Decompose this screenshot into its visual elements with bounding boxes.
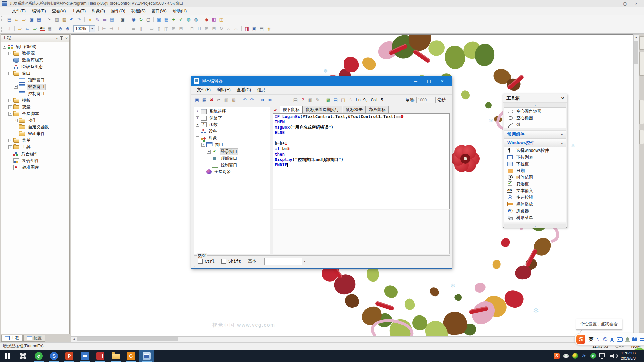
toolbox-item[interactable]: 空心圆角矩形: [504, 108, 566, 115]
vertical-scrollbar[interactable]: ▲ ▼: [633, 34, 639, 336]
tree-item[interactable]: + 数据源: [1, 50, 69, 57]
toolbar-icon-align-left[interactable]: ⊢: [101, 25, 107, 32]
dialog-close-button[interactable]: ✕: [436, 77, 449, 85]
toolbar-icon-space-horizontal[interactable]: ⊞: [170, 25, 177, 32]
code-line[interactable]: ELSE: [275, 130, 449, 135]
tree-item[interactable]: + 菜单: [1, 137, 69, 144]
toolbar-icon-globe[interactable]: ◍: [193, 16, 199, 23]
chevron-down-icon[interactable]: ▾: [302, 258, 308, 265]
zoom-combo[interactable]: 100% ▾: [73, 25, 95, 32]
code-line[interactable]: Display("控制窗口and顶部窗口"): [275, 157, 449, 162]
tree-item[interactable]: 控制窗口: [1, 90, 69, 97]
toolbox-item[interactable]: 多选按钮: [504, 194, 566, 201]
tree-item[interactable]: 顶部窗口: [194, 155, 270, 162]
chevron-down-icon[interactable]: ▾: [561, 133, 563, 136]
code-line[interactable]: IF LoginEx(#TextControl.Text,#TextContro…: [275, 114, 449, 119]
dialog-toolbar-icon-compile-bolt[interactable]: ϟ: [347, 97, 354, 103]
toolbar-icon-folder-import[interactable]: ▱: [17, 25, 23, 32]
dialog-toolbar-icon-delete[interactable]: ✖: [208, 97, 215, 103]
toolbar-icon-ruler[interactable]: ▬: [101, 16, 108, 23]
pin-icon[interactable]: [61, 37, 62, 40]
dialog-toolbar-icon-insert-image[interactable]: ▩: [325, 97, 332, 103]
hotkey-combo[interactable]: ▾: [264, 258, 308, 265]
dialog-toolbar-icon-paste[interactable]: ▧: [230, 97, 237, 103]
menu-item[interactable]: 编辑(E): [29, 7, 49, 15]
toolbar-icon-align-top[interactable]: ⊤: [115, 25, 122, 32]
tree-item[interactable]: 设备: [194, 128, 270, 135]
toolbar-icon-monitor[interactable]: ▣: [119, 16, 126, 23]
panel-tab[interactable]: 配置: [23, 335, 45, 342]
tree-expander-icon[interactable]: +: [8, 99, 12, 102]
chevron-down-icon[interactable]: ▾: [56, 37, 58, 40]
tree-item[interactable]: 自定义函数: [1, 124, 69, 130]
toolbar-icon-export[interactable]: ⇩: [6, 25, 13, 32]
toolbar-icon-flip-horizontal[interactable]: ≍: [225, 25, 232, 32]
docked-tab[interactable]: [639, 100, 644, 124]
dialog-toolbar-icon-insert-control[interactable]: ▤: [292, 97, 299, 103]
tree-item[interactable]: + 登录窗口: [1, 83, 69, 90]
taskbar-app-browser360[interactable]: e: [31, 350, 46, 362]
account-icon[interactable]: [626, 337, 629, 340]
docked-tab[interactable]: [639, 52, 644, 76]
tree-item[interactable]: + 模板: [1, 97, 69, 104]
event-tab[interactable]: 按下鼠标: [280, 106, 303, 114]
toolbox-item[interactable]: 日期: [504, 167, 566, 174]
tray-security-icon[interactable]: [572, 353, 578, 359]
toolbox-scroll-down[interactable]: ▼: [504, 224, 566, 228]
event-tab[interactable]: 释放鼠标: [366, 106, 389, 113]
toolbar-icon-same-size[interactable]: ◫: [163, 25, 170, 32]
dialog-toolbar-icon-format-list[interactable]: ≡: [274, 97, 281, 103]
tree-item[interactable]: + 动作: [1, 117, 69, 124]
toolbox-item[interactable]: 媒体播放: [504, 201, 566, 207]
chevron-up-icon[interactable]: ▴: [561, 141, 563, 145]
toolbox-item[interactable]: 文本输入: [504, 187, 566, 194]
tree-expander-icon[interactable]: +: [14, 85, 18, 89]
taskbar-app-pdf[interactable]: G: [123, 350, 139, 362]
tree-expander-icon[interactable]: -: [196, 136, 199, 140]
dialog-toolbar-icon-undo[interactable]: ↶: [241, 97, 248, 103]
toolbar-icon-group[interactable]: ⊞: [203, 25, 210, 32]
search-button[interactable]: [15, 350, 31, 362]
toolbox-section-common[interactable]: 常用组件 ▾: [504, 130, 566, 139]
tree-expander-icon[interactable]: -: [8, 72, 12, 75]
microphone-icon[interactable]: [611, 338, 613, 341]
menu-item[interactable]: 文件(F): [9, 7, 29, 15]
toolbar-icon-find[interactable]: ◉: [130, 16, 137, 23]
toolbox-section-windows[interactable]: Windows控件 ▴: [504, 139, 566, 147]
toolbar-icon-zoom-out[interactable]: ⊖: [57, 25, 64, 32]
chevron-down-icon[interactable]: ▾: [89, 26, 95, 32]
tree-expander-icon[interactable]: +: [8, 145, 12, 149]
panel-tab[interactable]: 工程: [1, 335, 23, 342]
taskbar-app-explorer[interactable]: [108, 350, 123, 362]
dialog-menu-item[interactable]: 查看(C): [234, 86, 254, 94]
toolbar-icon-screen[interactable]: ▢: [145, 16, 152, 23]
toolbar-icon-web[interactable]: ◍: [185, 16, 192, 23]
dialog-menu-item[interactable]: 文件(F): [194, 86, 214, 94]
toolbar-icon-zoom-in[interactable]: ⊕: [64, 25, 71, 32]
taskbar-app-presentation[interactable]: [77, 350, 93, 362]
toolbar-icon-cut[interactable]: ✂: [46, 16, 53, 23]
dialog-titlebar[interactable]: 脚本编辑器 ─ ▢ ✕: [191, 76, 452, 86]
toolbox-scroll-up[interactable]: ▲: [504, 103, 566, 108]
menu-item[interactable]: 帮助(H): [170, 7, 190, 15]
toolbar-icon-table[interactable]: ▦: [109, 16, 115, 23]
event-tab[interactable]: 鼠标按着周期执行: [303, 106, 342, 113]
tree-item[interactable]: IO设备组态: [1, 63, 69, 70]
tree-item[interactable]: 后台组件: [1, 150, 69, 157]
event-tab[interactable]: 鼠标双击: [343, 106, 366, 113]
tree-expander-icon[interactable]: +: [207, 150, 211, 154]
tree-item[interactable]: - 窗口: [1, 70, 69, 77]
toolbar-icon-lock[interactable]: ◈: [266, 25, 272, 32]
punctuation-icon[interactable]: ’,: [597, 337, 599, 342]
tree-expander-icon[interactable]: -: [201, 143, 205, 147]
tree-item[interactable]: 标准图库: [1, 164, 69, 171]
dialog-toolbar-icon-edit-script[interactable]: ▤: [332, 97, 339, 103]
toolbar-icon-paste[interactable]: ▧: [61, 16, 68, 23]
docked-tab[interactable]: [639, 130, 644, 144]
tree-item[interactable]: + 保留字: [194, 115, 270, 121]
horizontal-scrollbar[interactable]: ◄ ►: [71, 336, 639, 342]
emoji-icon[interactable]: ☺: [603, 337, 608, 342]
toolbar-icon-redo[interactable]: ↷: [76, 16, 83, 23]
toolbox-item[interactable]: 下拉框: [504, 161, 566, 167]
tray-bird-icon[interactable]: ✈: [580, 352, 588, 360]
